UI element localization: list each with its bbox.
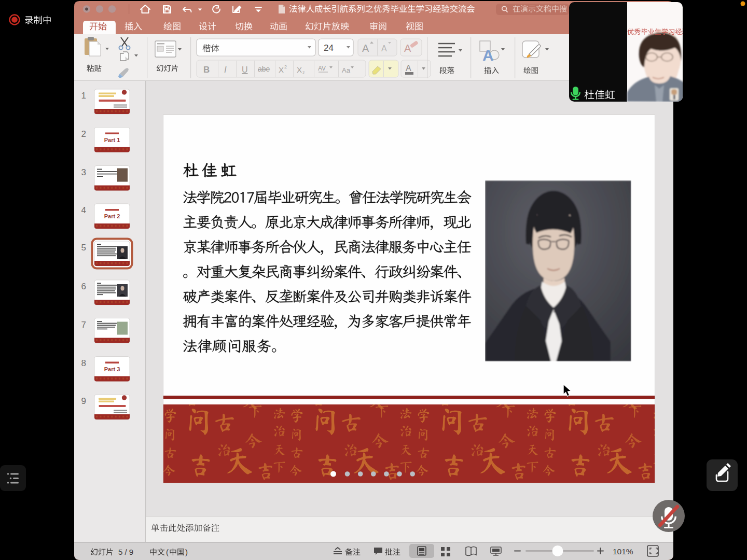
svg-text:Part 2: Part 2 — [104, 213, 120, 219]
svg-text:2: 2 — [81, 129, 86, 139]
svg-text:A: A — [362, 43, 369, 54]
svg-text:Aa: Aa — [342, 66, 351, 74]
svg-text:A: A — [482, 47, 494, 64]
svg-text:A: A — [381, 44, 387, 53]
svg-text:): ) — [185, 548, 188, 556]
svg-text:4: 4 — [81, 205, 86, 215]
svg-text:Part 3: Part 3 — [104, 366, 120, 372]
svg-text:X: X — [279, 65, 284, 74]
svg-text:9: 9 — [81, 396, 86, 406]
svg-text:X: X — [297, 65, 302, 74]
svg-text:101%: 101% — [613, 547, 633, 556]
svg-text:A: A — [406, 64, 411, 73]
svg-text:B: B — [203, 65, 210, 75]
svg-text:Part 1: Part 1 — [104, 137, 120, 143]
svg-text:5 / 9: 5 / 9 — [118, 548, 133, 556]
svg-text:8: 8 — [81, 358, 86, 368]
svg-text:7: 7 — [81, 320, 86, 330]
svg-text:(: ( — [166, 548, 169, 556]
svg-text:I: I — [224, 65, 227, 75]
svg-text:3: 3 — [81, 167, 86, 177]
svg-text:1: 1 — [81, 91, 86, 101]
svg-text:5: 5 — [81, 243, 86, 253]
svg-text:AV: AV — [318, 65, 326, 72]
svg-text:2: 2 — [284, 64, 287, 69]
svg-text:6: 6 — [81, 282, 86, 291]
svg-text:A: A — [404, 43, 411, 54]
svg-text:U: U — [242, 65, 248, 74]
svg-text:abe: abe — [258, 65, 270, 73]
svg-text:z: z — [302, 70, 305, 75]
svg-text:24: 24 — [324, 43, 334, 53]
